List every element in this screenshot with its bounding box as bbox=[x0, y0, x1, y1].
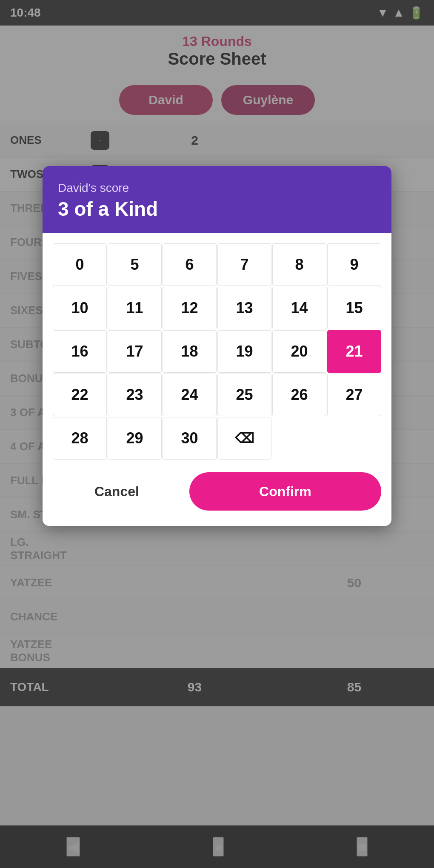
num-cell-14[interactable]: 14 bbox=[272, 287, 326, 329]
num-cell-19[interactable]: 19 bbox=[217, 330, 271, 373]
num-cell-12[interactable]: 12 bbox=[163, 287, 217, 329]
num-cell-18[interactable]: 18 bbox=[163, 330, 217, 373]
num-cell-8[interactable]: 8 bbox=[272, 243, 326, 286]
num-cell-9[interactable]: 9 bbox=[327, 243, 381, 286]
score-picker-modal: David's score 3 of a Kind 05678910111213… bbox=[43, 166, 391, 526]
num-cell-24[interactable]: 24 bbox=[163, 374, 217, 416]
num-cell-0[interactable]: 0 bbox=[53, 243, 107, 286]
num-cell-23[interactable]: 23 bbox=[108, 374, 162, 416]
modal-title: 3 of a Kind bbox=[58, 197, 376, 220]
num-cell-16[interactable]: 16 bbox=[53, 330, 107, 373]
num-cell-15[interactable]: 15 bbox=[327, 287, 381, 329]
modal-subtitle: David's score bbox=[58, 181, 376, 195]
num-cell-13[interactable]: 13 bbox=[217, 287, 271, 329]
num-cell-20[interactable]: 20 bbox=[272, 330, 326, 373]
num-cell-7[interactable]: 7 bbox=[217, 243, 271, 286]
num-cell-27[interactable]: 27 bbox=[327, 374, 381, 416]
num-cell-25[interactable]: 25 bbox=[217, 374, 271, 416]
num-cell-21[interactable]: 21 bbox=[327, 330, 381, 373]
cancel-button[interactable]: Cancel bbox=[53, 472, 181, 511]
num-cell-11[interactable]: 11 bbox=[108, 287, 162, 329]
modal-buttons: Cancel Confirm bbox=[53, 472, 381, 511]
num-cell-28[interactable]: 28 bbox=[53, 417, 107, 460]
confirm-button[interactable]: Confirm bbox=[189, 472, 381, 511]
num-cell-30[interactable]: 30 bbox=[163, 417, 217, 460]
num-cell-10[interactable]: 10 bbox=[53, 287, 107, 329]
num-cell-26[interactable]: 26 bbox=[272, 374, 326, 416]
number-grid: 0567891011121314151617181920212223242526… bbox=[53, 243, 381, 460]
num-cell-29[interactable]: 29 bbox=[108, 417, 162, 460]
num-cell-22[interactable]: 22 bbox=[53, 374, 107, 416]
modal-header: David's score 3 of a Kind bbox=[43, 166, 391, 233]
num-cell-5[interactable]: 5 bbox=[108, 243, 162, 286]
modal-body: 0567891011121314151617181920212223242526… bbox=[43, 233, 391, 526]
num-cell-6[interactable]: 6 bbox=[163, 243, 217, 286]
backspace-button[interactable]: ⌫ bbox=[217, 417, 271, 460]
num-cell-17[interactable]: 17 bbox=[108, 330, 162, 373]
